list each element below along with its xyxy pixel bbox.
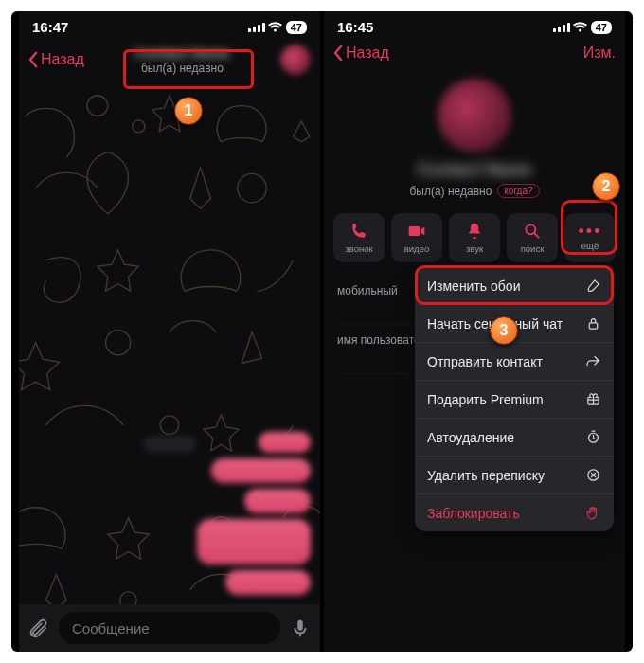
- svg-rect-8: [589, 323, 598, 329]
- contact-name: Contact Name: [84, 45, 280, 61]
- battery-indicator: 47: [591, 21, 612, 34]
- edit-button[interactable]: Изм.: [583, 45, 616, 62]
- profile-screen: 16:45 47 Назад Изм. Contact Name был(а) …: [324, 11, 625, 652]
- search-icon: [523, 222, 542, 241]
- timer-icon: [585, 429, 601, 445]
- message-bubbles: [197, 432, 311, 595]
- profile-status: был(а) недавно: [409, 185, 492, 198]
- callout-2: 2: [592, 172, 620, 201]
- video-icon: [407, 222, 426, 241]
- mic-icon[interactable]: [290, 618, 311, 638]
- svg-point-4: [160, 416, 179, 435]
- phone-icon: [349, 222, 368, 241]
- hand-icon: [585, 505, 601, 521]
- profile-avatar[interactable]: [438, 79, 511, 152]
- menu-block[interactable]: Заблокировать: [415, 494, 614, 531]
- status-bar: 16:45 47: [324, 11, 625, 39]
- message-input[interactable]: [59, 612, 280, 644]
- brush-icon: [585, 278, 601, 294]
- share-icon: [585, 353, 601, 369]
- video-button[interactable]: видео: [391, 213, 442, 262]
- callout-3: 3: [490, 316, 518, 345]
- status-time: 16:47: [32, 19, 68, 35]
- chat-nav: Назад Contact Name был(а) недавно: [19, 39, 320, 84]
- message-composer: [19, 604, 320, 652]
- status-bar: 16:47 47: [19, 11, 320, 39]
- battery-indicator: 47: [286, 21, 307, 34]
- chat-screen: 16:47 47 Назад Contact Name был(а) недав…: [19, 11, 320, 652]
- avatar[interactable]: [280, 45, 311, 75]
- back-label: Назад: [346, 45, 389, 62]
- svg-point-6: [120, 592, 136, 604]
- chat-wallpaper: [19, 89, 320, 604]
- mute-button[interactable]: звук: [449, 213, 500, 262]
- when-link[interactable]: когда?: [497, 184, 539, 198]
- attach-icon[interactable]: [28, 618, 49, 638]
- profile-name: Contact Name: [324, 160, 625, 180]
- status-time: 16:45: [337, 19, 373, 35]
- message-bubble[interactable]: [211, 458, 311, 483]
- action-row: звонок видео звук поиск ••• ещё: [324, 207, 625, 272]
- back-button[interactable]: Назад: [333, 45, 389, 62]
- lock-icon: [585, 315, 601, 332]
- svg-point-2: [238, 173, 266, 202]
- wifi-icon: [268, 22, 282, 33]
- delete-chat-icon: [585, 467, 601, 483]
- more-icon: •••: [579, 224, 602, 238]
- chat-title-area[interactable]: Contact Name был(а) недавно: [84, 45, 280, 75]
- back-label: Назад: [41, 51, 84, 68]
- callout-1: 1: [174, 97, 203, 125]
- menu-delete-chat[interactable]: Удалить переписку: [415, 457, 614, 494]
- svg-point-1: [133, 120, 145, 133]
- menu-autodelete[interactable]: Автоудаление: [415, 419, 614, 457]
- call-button[interactable]: звонок: [333, 213, 385, 262]
- search-button[interactable]: поиск: [507, 213, 558, 262]
- cellular-icon: [553, 23, 569, 32]
- more-button[interactable]: ••• ещё: [564, 213, 616, 262]
- gift-icon: [585, 391, 601, 407]
- profile-nav: Назад Изм.: [324, 39, 625, 71]
- message-bubble[interactable]: [259, 432, 311, 453]
- context-menu: Изменить обои Начать секретный чат Отпра…: [415, 267, 614, 531]
- contact-status: был(а) недавно: [84, 62, 280, 75]
- svg-point-3: [106, 331, 131, 355]
- profile-header: Contact Name был(а) недавно когда?: [324, 71, 625, 207]
- date-separator: [144, 436, 196, 453]
- wifi-icon: [573, 22, 587, 33]
- message-bubble[interactable]: [225, 570, 311, 595]
- menu-change-wallpaper[interactable]: Изменить обои: [415, 267, 614, 305]
- bell-icon: [465, 222, 484, 241]
- svg-point-0: [87, 96, 108, 116]
- menu-send-contact[interactable]: Отправить контакт: [415, 343, 614, 381]
- cellular-icon: [248, 23, 264, 32]
- svg-point-7: [526, 224, 535, 234]
- back-button[interactable]: Назад: [28, 51, 84, 68]
- message-bubble[interactable]: [197, 519, 311, 564]
- menu-gift-premium[interactable]: Подарить Premium: [415, 381, 614, 419]
- message-bubble[interactable]: [244, 489, 311, 513]
